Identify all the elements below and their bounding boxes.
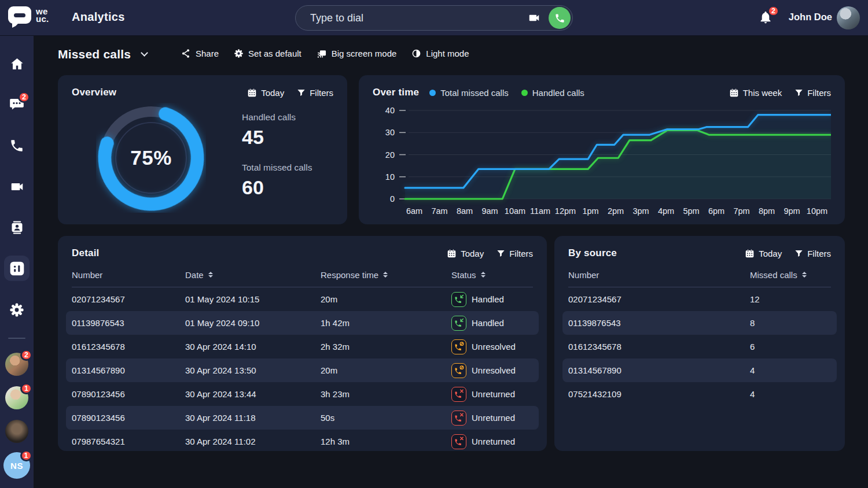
- detail-range-button[interactable]: Today: [447, 249, 484, 258]
- sidebar-item-analytics[interactable]: [0, 261, 34, 276]
- stat-value: 60: [242, 176, 312, 199]
- overview-filters-button[interactable]: Filters: [297, 88, 333, 98]
- notifications-bell[interactable]: 2: [759, 10, 774, 26]
- cell-missed-calls: 6: [750, 342, 831, 352]
- table-row[interactable]: 0207123456712: [562, 287, 837, 311]
- status-badge: Handled: [451, 292, 533, 307]
- calendar-icon: [729, 88, 739, 98]
- status-unreturned-phone-icon: [451, 434, 466, 449]
- cast-icon: [317, 49, 327, 58]
- dial-input[interactable]: [296, 12, 528, 24]
- status-label: Handled: [472, 318, 504, 328]
- column-header-date[interactable]: Date: [185, 270, 321, 280]
- cell-number: 01139876543: [72, 318, 185, 328]
- svg-text:40: 40: [385, 106, 395, 115]
- column-header-missed-calls[interactable]: Missed calls: [750, 270, 831, 280]
- big-screen-mode-button[interactable]: Big screen mode: [317, 49, 397, 58]
- contact-avatar-1[interactable]: 2: [5, 353, 28, 376]
- chart-legend: Total missed callsHandled calls: [429, 88, 584, 98]
- call-button[interactable]: [549, 7, 571, 29]
- table-row[interactable]: 011398765438: [562, 311, 837, 335]
- table-row[interactable]: 016123456786: [562, 335, 837, 358]
- overtime-range-button[interactable]: This week: [729, 88, 782, 98]
- cell-date: 30 Apr 2024 11:02: [185, 437, 321, 446]
- svg-text:10: 10: [385, 172, 395, 182]
- table-row[interactable]: 075214321094: [562, 382, 837, 406]
- contact-avatar-ns[interactable]: NS 1: [3, 452, 30, 479]
- video-camera-icon[interactable]: [528, 12, 540, 24]
- sort-icon: [208, 272, 213, 278]
- contact-badge-1: 2: [20, 349, 32, 361]
- bysource-table-header: NumberMissed calls: [568, 267, 831, 282]
- cell-date: 01 May 2024 10:15: [185, 294, 321, 304]
- brand-logo[interactable]: weuc.: [8, 6, 49, 24]
- table-row[interactable]: 0207123456701 May 2024 10:1520mHandled: [66, 287, 539, 311]
- table-row[interactable]: 0789012345630 Apr 2024 11:1850sUnreturne…: [66, 406, 539, 430]
- overview-card: Overview Today Filters 75%: [58, 75, 347, 224]
- sidebar-item-chat[interactable]: 2: [0, 96, 34, 112]
- bysource-range-button[interactable]: Today: [745, 249, 782, 258]
- table-row[interactable]: 013145678904: [562, 358, 837, 382]
- video-icon: [9, 179, 25, 194]
- sidebar-item-settings[interactable]: [0, 302, 34, 318]
- sidebar-item-home[interactable]: [0, 57, 34, 72]
- cell-number: 07890123456: [72, 413, 185, 423]
- contrast-icon: [411, 49, 421, 58]
- page-title: Missed calls: [58, 47, 131, 61]
- cell-response: 50s: [321, 413, 451, 423]
- cell-response: 3h 23m: [321, 389, 451, 399]
- cell-response: 20m: [321, 294, 451, 304]
- sidebar-item-contacts[interactable]: [0, 220, 34, 235]
- table-row[interactable]: 0798765432130 Apr 2024 11:0212h 3mUnretu…: [66, 430, 539, 453]
- cell-date: 30 Apr 2024 13:44: [185, 389, 321, 399]
- share-icon: [181, 49, 191, 58]
- sidebar-item-calls[interactable]: [0, 138, 34, 153]
- user-avatar[interactable]: [837, 6, 860, 29]
- detail-filters-button[interactable]: Filters: [496, 249, 533, 258]
- brand-wordmark: weuc.: [36, 8, 49, 23]
- legend-dot: [429, 90, 436, 96]
- cell-number: 02071234567: [568, 294, 750, 304]
- sort-icon: [802, 272, 807, 278]
- table-row[interactable]: 0789012345630 Apr 2024 13:443h 23mUnretu…: [66, 382, 539, 406]
- home-icon: [9, 57, 25, 72]
- status-badge: Unreturned: [451, 411, 533, 426]
- overview-range-button[interactable]: Today: [247, 88, 284, 98]
- status-badge: Unreturned: [451, 387, 533, 402]
- column-header-response-time[interactable]: Response time: [321, 270, 451, 280]
- cell-response: 2h 32m: [321, 342, 451, 352]
- cell-number: 01612345678: [72, 342, 185, 352]
- table-row[interactable]: 0131456789030 Apr 2024 13:5020mUnresolve…: [66, 358, 539, 382]
- app-title: Analytics: [72, 10, 125, 24]
- set-default-button[interactable]: Set as default: [234, 49, 301, 58]
- share-button[interactable]: Share: [181, 49, 219, 58]
- overtime-filters-button[interactable]: Filters: [795, 88, 831, 98]
- column-header-status[interactable]: Status: [451, 270, 533, 280]
- contact-avatar-3[interactable]: [5, 420, 28, 443]
- table-row[interactable]: 0161234567830 Apr 2024 14:102h 32mUnreso…: [66, 335, 539, 358]
- status-label: Unresolved: [472, 365, 516, 375]
- donut-percent: 75%: [96, 103, 206, 213]
- speech-bubble-icon: [8, 6, 31, 24]
- table-row[interactable]: 0113987654301 May 2024 09:101h 42mHandle…: [66, 311, 539, 335]
- light-mode-button[interactable]: Light mode: [411, 49, 469, 58]
- dial-bar: [295, 5, 573, 31]
- svg-text:9am: 9am: [481, 206, 498, 216]
- cell-number: 07987654321: [72, 437, 185, 446]
- sidebar-item-video[interactable]: [0, 179, 34, 194]
- cell-response: 12h 3m: [321, 437, 451, 446]
- contact-avatar-2[interactable]: 1: [5, 386, 28, 409]
- bysource-filters-button[interactable]: Filters: [795, 249, 831, 258]
- overtime-title: Over time: [373, 87, 419, 98]
- cell-date: 30 Apr 2024 13:50: [185, 365, 321, 375]
- status-badge: Unreturned: [451, 434, 533, 449]
- svg-text:30: 30: [385, 128, 395, 137]
- sort-icon: [383, 272, 388, 278]
- report-dropdown-chevron[interactable]: [139, 48, 152, 61]
- cell-missed-calls: 4: [750, 389, 831, 399]
- detail-title: Detail: [72, 247, 100, 259]
- legend-item: Handled calls: [521, 88, 584, 98]
- svg-text:10pm: 10pm: [807, 206, 827, 216]
- contact-badge-2: 1: [20, 383, 32, 394]
- stat-label: Handled calls: [242, 112, 312, 123]
